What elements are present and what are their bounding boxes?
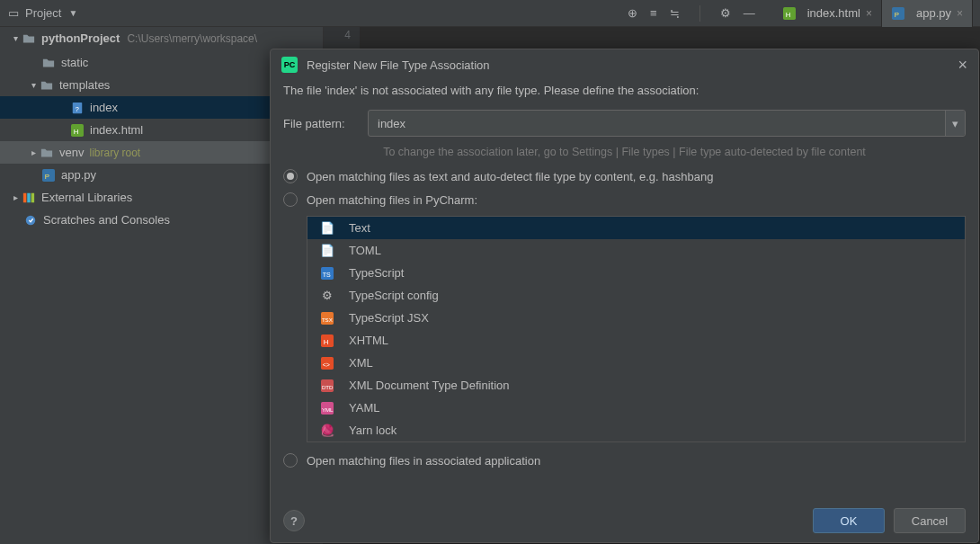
project-tool-icon[interactable]: ▭ [7, 6, 20, 20]
editor-tabs: H index.html × P app.py × [773, 0, 973, 27]
close-icon[interactable]: × [866, 7, 872, 20]
list-item-label: TypeScript config [349, 289, 439, 302]
dialog-titlebar: PC Register New File Type Association × [271, 49, 978, 80]
file-pattern-value: index [378, 117, 405, 130]
list-item[interactable]: TSXTypeScript JSX [307, 307, 965, 329]
svg-text:TSX: TSX [322, 316, 333, 322]
svg-text:TS: TS [323, 271, 331, 277]
list-item-label: TOML [349, 244, 381, 257]
list-item[interactable]: TSTypeScript [307, 262, 965, 284]
folder-icon [22, 31, 36, 46]
file-type-list[interactable]: 📄Text 📄TOML TSTypeScript ⚙TypeScript con… [307, 216, 966, 442]
svg-text:P: P [895, 10, 899, 18]
cancel-button[interactable]: Cancel [894, 508, 966, 533]
close-icon[interactable]: × [958, 56, 967, 75]
list-item[interactable]: <>XML [307, 352, 965, 374]
radio-icon [283, 169, 298, 183]
dtd-file-icon: DTD [320, 379, 334, 393]
radio-icon [283, 453, 298, 468]
line-number: 4 [324, 29, 351, 41]
list-item-label: TypeScript [349, 266, 404, 280]
project-root-name: pythonProject [41, 31, 120, 45]
radio-label: Open matching files as text and auto-det… [307, 170, 713, 183]
dialog-title: Register New File Type Association [307, 58, 490, 72]
project-tool-label[interactable]: Project [25, 6, 61, 20]
list-item[interactable]: YMLYAML [307, 397, 965, 419]
python-file-icon: P [41, 168, 56, 183]
unknown-file-icon: ? [70, 101, 85, 115]
pycharm-logo-icon: PC [281, 57, 298, 73]
collapse-all-icon[interactable]: ≒ [670, 6, 680, 20]
list-item[interactable]: ⚙TypeScript config [307, 284, 965, 307]
html-file-icon: H [70, 123, 85, 138]
list-item[interactable]: 📄TOML [307, 239, 965, 262]
text-file-icon: 📄 [320, 221, 334, 236]
chevron-right-icon[interactable]: ▸ [27, 147, 40, 157]
list-item[interactable]: 📄Text [307, 217, 965, 239]
tab-label: index.html [807, 6, 860, 20]
node-label: Scratches and Consoles [43, 213, 170, 227]
svg-text:DTD: DTD [322, 383, 334, 389]
svg-rect-11 [27, 192, 31, 202]
list-item-label: TypeScript JSX [349, 311, 429, 325]
radio-associated-app[interactable]: Open matching files in associated applic… [283, 453, 966, 468]
main-toolbar: ▭ Project ▼ ⊕ ≡ ≒ ⚙ — H index.html × P a… [0, 0, 980, 27]
svg-text:H: H [785, 10, 790, 18]
svg-text:?: ? [75, 104, 79, 112]
tsconfig-file-icon: ⚙ [320, 289, 334, 303]
expand-all-icon[interactable]: ≡ [650, 6, 657, 20]
close-icon[interactable]: × [957, 7, 963, 20]
file-pattern-label: File pattern: [283, 117, 368, 130]
list-item-label: XML [349, 356, 373, 370]
toml-file-icon: 📄 [320, 244, 334, 258]
folder-icon [41, 56, 56, 70]
svg-rect-10 [23, 192, 27, 202]
folder-icon [40, 146, 54, 160]
node-label: External Libraries [41, 191, 132, 204]
external-libraries-icon [22, 191, 36, 205]
list-item-label: XML Document Type Definition [349, 379, 509, 392]
xml-file-icon: <> [320, 356, 334, 370]
ok-button[interactable]: OK [813, 508, 885, 533]
svg-text:H: H [74, 127, 79, 135]
hide-tool-icon[interactable]: — [744, 6, 755, 20]
list-item[interactable]: HXHTML [307, 329, 965, 352]
yarn-lock-icon: 🧶 [320, 424, 334, 438]
chevron-down-icon[interactable]: ▾ [945, 111, 965, 136]
chevron-down-icon[interactable]: ▾ [27, 80, 40, 90]
list-item-label: Yarn lock [349, 424, 396, 437]
separator [699, 5, 700, 22]
radio-auto-detect[interactable]: Open matching files as text and auto-det… [283, 169, 966, 183]
dialog-message: The file 'index' is not associated with … [283, 84, 966, 97]
typescript-file-icon: TS [320, 266, 334, 281]
list-item[interactable]: DTDXML Document Type Definition [307, 374, 965, 397]
svg-text:YML: YML [322, 406, 334, 412]
radio-open-in-pycharm[interactable]: Open matching files in PyCharm: [283, 192, 966, 207]
html-file-icon: H [782, 6, 797, 21]
list-item[interactable]: 🧶Yarn lock [307, 419, 965, 441]
project-root-row[interactable]: ▾ pythonProject C:\Users\merry\workspace… [0, 27, 323, 49]
node-label: index [90, 101, 118, 114]
node-label: venv [59, 146, 84, 159]
folder-icon [40, 78, 54, 93]
chevron-down-icon[interactable]: ▾ [9, 33, 22, 43]
node-label: app.py [61, 168, 96, 182]
tab-label: app.py [916, 6, 951, 20]
file-pattern-combo[interactable]: index ▾ [368, 110, 966, 137]
node-label: static [61, 56, 88, 69]
library-root-tag: library root [89, 147, 140, 159]
help-button[interactable]: ? [283, 510, 305, 531]
node-label: templates [59, 78, 110, 92]
svg-rect-12 [31, 192, 35, 202]
project-dropdown-icon[interactable]: ▼ [68, 8, 77, 18]
tab-app-py[interactable]: P app.py × [882, 0, 973, 27]
list-item-label: Text [349, 221, 370, 235]
radio-icon [283, 192, 298, 207]
xhtml-file-icon: H [320, 334, 334, 348]
select-opened-icon[interactable]: ⊕ [628, 6, 637, 20]
scratches-icon [23, 213, 38, 227]
gear-icon[interactable]: ⚙ [720, 6, 731, 20]
chevron-right-icon[interactable]: ▸ [9, 192, 22, 202]
tab-index-html[interactable]: H index.html × [773, 0, 882, 27]
list-item-label: YAML [349, 401, 379, 415]
